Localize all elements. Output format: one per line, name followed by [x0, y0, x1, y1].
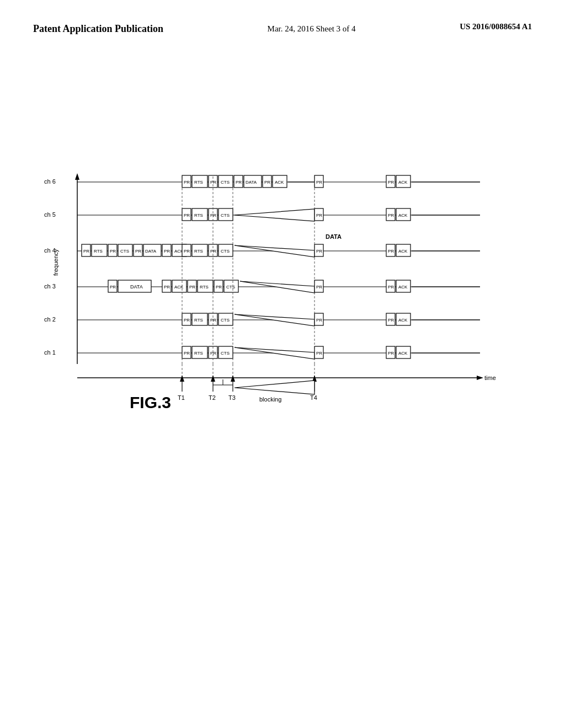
svg-text:ACK: ACK — [398, 213, 408, 218]
svg-text:time: time — [484, 374, 496, 381]
svg-text:DATA: DATA — [130, 284, 143, 290]
svg-text:frequency: frequency — [52, 249, 59, 276]
svg-text:PR: PR — [210, 249, 216, 254]
svg-text:CTS: CTS — [221, 249, 230, 254]
svg-text:PR: PR — [316, 351, 322, 356]
svg-text:RTS: RTS — [194, 351, 203, 356]
svg-text:ACK: ACK — [398, 249, 408, 254]
svg-marker-170 — [234, 381, 315, 394]
svg-text:RTS: RTS — [194, 318, 203, 323]
svg-text:RTS: RTS — [194, 213, 203, 218]
svg-text:PR: PR — [210, 180, 216, 185]
svg-text:PR: PR — [184, 249, 190, 254]
svg-text:PR: PR — [210, 318, 216, 323]
svg-text:PR: PR — [184, 180, 190, 185]
svg-marker-146 — [477, 376, 483, 380]
svg-text:PR: PR — [210, 213, 216, 218]
svg-text:PR: PR — [110, 285, 116, 290]
svg-text:RTS: RTS — [94, 249, 103, 254]
svg-text:PR: PR — [264, 180, 270, 185]
svg-text:T3: T3 — [228, 394, 236, 401]
svg-text:PR: PR — [388, 180, 394, 185]
svg-marker-163 — [231, 375, 235, 382]
svg-text:PR: PR — [184, 318, 190, 323]
svg-text:PR: PR — [388, 213, 394, 218]
svg-text:PR: PR — [236, 180, 242, 185]
svg-text:ch 2: ch 2 — [44, 316, 56, 323]
svg-text:ACK: ACK — [174, 285, 184, 290]
page-header: Patent Application Publication Mar. 24, … — [0, 0, 565, 36]
svg-text:PR: PR — [316, 213, 322, 218]
svg-text:PR: PR — [316, 249, 322, 254]
svg-text:ACK: ACK — [398, 285, 408, 290]
svg-text:RTS: RTS — [200, 285, 209, 290]
svg-text:ACK: ACK — [275, 180, 284, 185]
svg-text:ch 5: ch 5 — [44, 211, 56, 218]
svg-text:ACK: ACK — [398, 180, 408, 185]
svg-text:PR: PR — [216, 285, 222, 290]
svg-text:DATA: DATA — [246, 180, 257, 185]
svg-text:PR: PR — [184, 213, 190, 218]
svg-text:CTS: CTS — [221, 318, 230, 323]
svg-text:RTS: RTS — [194, 180, 203, 185]
svg-text:PR: PR — [164, 285, 170, 290]
svg-text:T2: T2 — [209, 394, 216, 401]
svg-marker-160 — [211, 375, 215, 382]
svg-text:PR: PR — [316, 180, 322, 185]
svg-text:PR: PR — [210, 351, 216, 356]
svg-text:T1: T1 — [178, 394, 185, 401]
svg-text:PR: PR — [388, 351, 394, 356]
svg-text:ch 6: ch 6 — [44, 178, 56, 185]
svg-text:PR: PR — [110, 249, 116, 254]
svg-text:FIG.3: FIG.3 — [130, 393, 171, 411]
svg-text:PR: PR — [388, 285, 394, 290]
svg-text:ch 3: ch 3 — [44, 283, 56, 290]
svg-marker-44 — [234, 209, 315, 221]
svg-text:CTS: CTS — [221, 213, 230, 218]
svg-marker-157 — [180, 375, 184, 382]
svg-text:CTS: CTS — [120, 249, 129, 254]
svg-text:PR: PR — [164, 249, 170, 254]
svg-text:ACK: ACK — [398, 351, 408, 356]
svg-text:CTS: CTS — [221, 180, 230, 185]
svg-text:T4: T4 — [310, 394, 317, 401]
svg-text:PR: PR — [184, 351, 190, 356]
svg-text:RTS: RTS — [194, 249, 203, 254]
sheet-info: Mar. 24, 2016 Sheet 3 of 4 — [268, 22, 356, 35]
svg-text:blocking: blocking — [259, 396, 281, 403]
svg-text:PR: PR — [388, 318, 394, 323]
svg-text:PR: PR — [189, 285, 195, 290]
svg-marker-143 — [75, 173, 79, 180]
svg-text:CTS: CTS — [221, 351, 230, 356]
svg-text:DATA: DATA — [145, 249, 157, 254]
svg-text:CTS: CTS — [226, 285, 235, 290]
svg-text:ch 1: ch 1 — [44, 349, 56, 356]
svg-text:ACK: ACK — [398, 318, 408, 323]
svg-text:PR: PR — [388, 249, 394, 254]
svg-text:PR: PR — [83, 249, 89, 254]
svg-text:PR: PR — [135, 249, 141, 254]
fig3-diagram: ch 6 ch 5 ch 4 ch 3 ch 2 ch 1 PR RTS PR … — [44, 149, 524, 469]
svg-text:DATA: DATA — [326, 233, 342, 240]
svg-text:PR: PR — [316, 285, 322, 290]
publication-title: Patent Application Publication — [33, 22, 163, 36]
patent-number: US 2016/0088654 A1 — [460, 22, 532, 31]
svg-text:PR: PR — [316, 318, 322, 323]
